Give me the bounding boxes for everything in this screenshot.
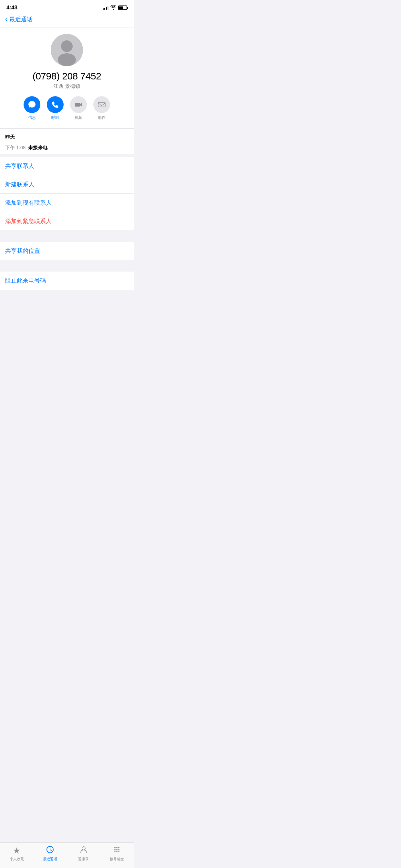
call-time: 下午 1:08 xyxy=(5,145,26,151)
add-to-emergency-item[interactable]: 添加到紧急联系人 xyxy=(0,212,134,230)
contact-phone: (0798) 208 7452 xyxy=(33,71,101,82)
svg-point-2 xyxy=(58,53,76,66)
status-bar: 4:43 xyxy=(0,0,134,13)
avatar xyxy=(51,34,83,66)
nav-header: ‹ 最近通话 xyxy=(0,13,134,27)
block-caller-item[interactable]: 阻止此来电号码 xyxy=(0,272,134,290)
signal-bars-icon xyxy=(103,6,109,10)
location-action-list: 共享我的位置 xyxy=(0,242,134,260)
share-contact-item[interactable]: 共享联系人 xyxy=(0,157,134,175)
video-button[interactable]: 视频 xyxy=(70,96,87,120)
status-time: 4:43 xyxy=(6,4,18,11)
bottom-spacer xyxy=(0,290,134,315)
message-label: 信息 xyxy=(28,115,36,120)
svg-rect-3 xyxy=(75,103,80,106)
call-history-row: 下午 1:08 未接来电 xyxy=(0,142,134,154)
status-icons xyxy=(103,5,127,11)
video-label: 视频 xyxy=(74,115,82,120)
svg-point-1 xyxy=(61,40,73,52)
share-location-item[interactable]: 共享我的位置 xyxy=(0,242,134,260)
message-button[interactable]: 信息 xyxy=(24,96,40,120)
mail-label: 邮件 xyxy=(98,115,105,120)
action-buttons: 信息 呼叫 视频 xyxy=(24,96,110,120)
battery-icon xyxy=(118,5,127,10)
mail-button[interactable]: 邮件 xyxy=(93,96,110,120)
new-contact-item[interactable]: 新建联系人 xyxy=(0,175,134,194)
spacer-2 xyxy=(0,260,134,269)
wifi-icon xyxy=(111,5,116,11)
add-to-existing-item[interactable]: 添加到现有联系人 xyxy=(0,194,134,212)
svg-rect-4 xyxy=(98,102,105,107)
call-history-date: 昨天 xyxy=(0,129,134,142)
contact-location: 江西 景德镇 xyxy=(53,83,81,90)
contact-section: (0798) 208 7452 江西 景德镇 信息 呼叫 xyxy=(0,27,134,128)
block-action-list: 阻止此来电号码 xyxy=(0,272,134,290)
back-chevron-icon: ‹ xyxy=(5,16,7,23)
back-button[interactable]: ‹ 最近通话 xyxy=(5,16,128,23)
spacer-1 xyxy=(0,230,134,239)
call-label: 呼叫 xyxy=(51,115,59,120)
back-label: 最近通话 xyxy=(9,16,33,23)
contact-action-list: 共享联系人 新建联系人 添加到现有联系人 添加到紧急联系人 xyxy=(0,157,134,230)
call-status: 未接来电 xyxy=(28,145,48,151)
call-history-section: 昨天 下午 1:08 未接来电 xyxy=(0,128,134,154)
call-button[interactable]: 呼叫 xyxy=(47,96,64,120)
